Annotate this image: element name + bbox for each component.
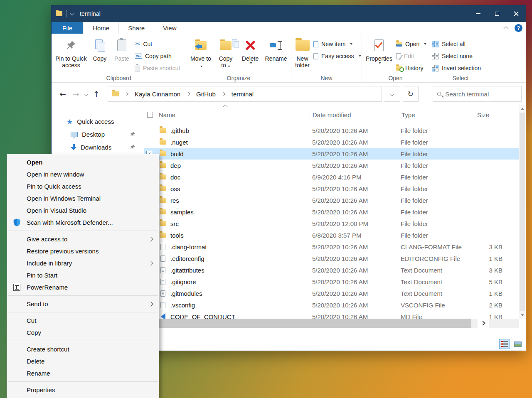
table-row[interactable]: res5/20/2020 10:26 AMFile folder xyxy=(144,194,519,206)
breadcrumb-item-user[interactable]: Kayla Cinnamon xyxy=(135,91,180,98)
table-row[interactable]: src5/20/2020 12:00 PMFile folder xyxy=(144,218,519,229)
new-folder-button[interactable]: New folder xyxy=(293,36,312,69)
back-button[interactable]: ← xyxy=(57,89,68,98)
table-row[interactable]: .github5/20/2020 10:26 AMFile folder xyxy=(144,125,519,136)
paste-button[interactable]: Paste xyxy=(111,36,133,63)
search-input[interactable] xyxy=(445,91,517,98)
column-header-type[interactable]: Type xyxy=(397,111,471,118)
menu-item-open-in-new-window[interactable]: Open in new window xyxy=(7,168,159,180)
paste-shortcut-button[interactable]: Paste shortcut xyxy=(135,64,180,73)
file-icon xyxy=(160,302,165,308)
tab-file[interactable]: File xyxy=(52,22,83,34)
table-row[interactable]: tools6/8/2020 3:57 PMFile folder xyxy=(144,229,519,241)
refresh-icon: ↻ xyxy=(407,90,413,98)
close-button[interactable] xyxy=(507,5,526,22)
dropdown-caret xyxy=(359,55,361,58)
tab-home[interactable]: Home xyxy=(83,22,119,34)
menu-item-create-shortcut[interactable]: Create shortcut xyxy=(7,343,159,355)
details-view-button[interactable] xyxy=(499,339,510,349)
rename-button[interactable]: Rename xyxy=(263,36,289,63)
properties-button[interactable]: Properties xyxy=(364,36,394,66)
menu-item-give-access-to[interactable]: Give access to xyxy=(7,233,159,245)
table-row[interactable]: samples5/20/2020 10:26 AMFile folder xyxy=(144,206,519,218)
column-header-name[interactable]: Name xyxy=(144,111,308,118)
menu-item-send-to[interactable]: Send to xyxy=(7,298,159,310)
quick-access-toolbar-chevron-icon[interactable] xyxy=(70,11,74,15)
table-row[interactable]: .gitmodules5/20/2020 10:26 AMText Docume… xyxy=(144,287,519,299)
sidebar-item-desktop[interactable]: Desktop xyxy=(52,128,144,141)
vertical-scroll-thumb[interactable] xyxy=(520,113,525,311)
select-all-button[interactable]: Select all xyxy=(432,39,481,49)
menu-item-restore-previous-versions[interactable]: Restore previous versions xyxy=(7,245,159,257)
menu-item-cut[interactable]: Cut xyxy=(7,314,159,327)
search-box[interactable] xyxy=(433,86,522,102)
pin-to-quick-access-button[interactable]: Pin to Quick access xyxy=(53,36,89,69)
move-to-button[interactable]: Move to xyxy=(188,36,214,69)
delete-button[interactable]: Delete xyxy=(238,36,263,66)
menu-item-pin-to-start[interactable]: Pin to Start xyxy=(7,269,159,281)
table-row[interactable]: dep5/20/2020 10:26 AMFile folder xyxy=(144,160,519,171)
menu-item-open-in-windows-terminal[interactable]: Open in Windows Terminal xyxy=(7,192,159,204)
recent-locations-chevron-icon[interactable] xyxy=(84,92,89,96)
menu-item-copy[interactable]: Copy xyxy=(7,327,159,339)
sidebar-item-quick-access[interactable]: ★ Quick access xyxy=(52,115,144,128)
table-row-selected[interactable]: build5/20/2020 10:26 AMFile folder xyxy=(144,148,519,160)
menu-item-open-in-visual-studio[interactable]: Open in Visual Studio xyxy=(7,204,159,216)
menu-item-delete[interactable]: Delete xyxy=(7,355,159,367)
copy-to-button[interactable]: Copy to xyxy=(214,36,238,69)
table-row[interactable]: .clang-format5/20/2020 10:26 AMCLANG-FOR… xyxy=(144,241,519,253)
column-header-size[interactable]: Size xyxy=(471,111,513,118)
breadcrumb-chevron-icon[interactable] xyxy=(222,92,225,96)
copy-button[interactable]: Copy xyxy=(89,36,111,63)
new-item-button[interactable]: New item xyxy=(313,39,361,49)
minimize-button[interactable] xyxy=(468,5,488,22)
file-icon xyxy=(160,256,165,262)
copy-path-button[interactable]: W.. Copy path xyxy=(135,52,180,61)
up-button[interactable]: ↑ xyxy=(91,89,102,98)
open-button[interactable]: Open xyxy=(396,39,426,49)
select-none-button[interactable]: Select none xyxy=(432,52,481,61)
table-row[interactable]: .nuget5/20/2020 10:26 AMFile folder xyxy=(144,136,519,148)
table-row[interactable]: doc6/9/2020 4:16 PMFile folder xyxy=(144,171,519,183)
table-row[interactable]: .gitignore5/20/2020 10:26 AMText Documen… xyxy=(144,276,519,287)
column-header-date-modified[interactable]: Date modified xyxy=(308,111,397,118)
sidebar-item-downloads[interactable]: Downloads xyxy=(52,141,144,154)
address-dropdown-button[interactable] xyxy=(384,86,400,102)
menu-item-open[interactable]: Open xyxy=(7,156,159,168)
vertical-scrollbar[interactable] xyxy=(519,105,526,319)
breadcrumb-chevron-icon[interactable] xyxy=(125,92,128,96)
menu-item-include-in-library[interactable]: Include in library xyxy=(7,257,159,269)
dropdown-caret xyxy=(228,66,230,69)
breadcrumb-item-github[interactable]: GitHub xyxy=(196,91,216,98)
forward-button[interactable]: → xyxy=(71,89,81,98)
horizontal-scroll-thumb[interactable] xyxy=(106,319,471,328)
maximize-button[interactable] xyxy=(488,5,507,22)
refresh-button[interactable]: ↻ xyxy=(403,86,419,102)
breadcrumb-item-terminal[interactable]: terminal xyxy=(232,91,254,98)
table-row[interactable]: .editorconfig5/20/2020 10:26 AMEDITORCON… xyxy=(144,253,519,264)
table-row[interactable]: .vsconfig5/20/2020 10:26 AMVSCONFIG File… xyxy=(144,299,519,311)
table-row[interactable]: oss5/20/2020 10:26 AMFile folder xyxy=(144,183,519,194)
menu-item-powerrename[interactable]: PowerRename xyxy=(7,281,159,293)
menu-item-scan-with-microsoft-defender[interactable]: Scan with Microsoft Defender... xyxy=(7,216,159,228)
menu-item-properties[interactable]: Properties xyxy=(7,384,159,396)
tab-view[interactable]: View xyxy=(154,22,185,34)
breadcrumb-chevron-icon[interactable] xyxy=(187,92,190,96)
scroll-right-button[interactable] xyxy=(478,319,489,328)
table-row[interactable]: .gitattributes5/20/2020 10:26 AMText Doc… xyxy=(144,264,519,276)
tab-share[interactable]: Share xyxy=(119,22,154,34)
address-bar[interactable]: Kayla Cinnamon GitHub terminal xyxy=(108,86,382,102)
scroll-down-icon[interactable] xyxy=(521,314,524,316)
select-all-checkbox[interactable] xyxy=(147,112,153,118)
history-button[interactable]: History xyxy=(396,64,426,73)
help-icon[interactable]: ? xyxy=(515,24,522,32)
easy-access-button[interactable]: Easy access xyxy=(313,52,361,61)
large-icons-view-button[interactable] xyxy=(512,339,523,349)
cut-button[interactable]: ✂ Cut xyxy=(135,39,180,49)
scroll-up-icon[interactable] xyxy=(521,108,524,110)
minimize-ribbon-icon[interactable] xyxy=(503,26,509,32)
menu-item-pin-to-quick-access[interactable]: Pin to Quick access xyxy=(7,180,159,192)
menu-item-rename[interactable]: Rename xyxy=(7,367,159,379)
edit-button[interactable]: Edit xyxy=(396,52,426,61)
invert-selection-button[interactable]: Invert selection xyxy=(432,64,481,73)
